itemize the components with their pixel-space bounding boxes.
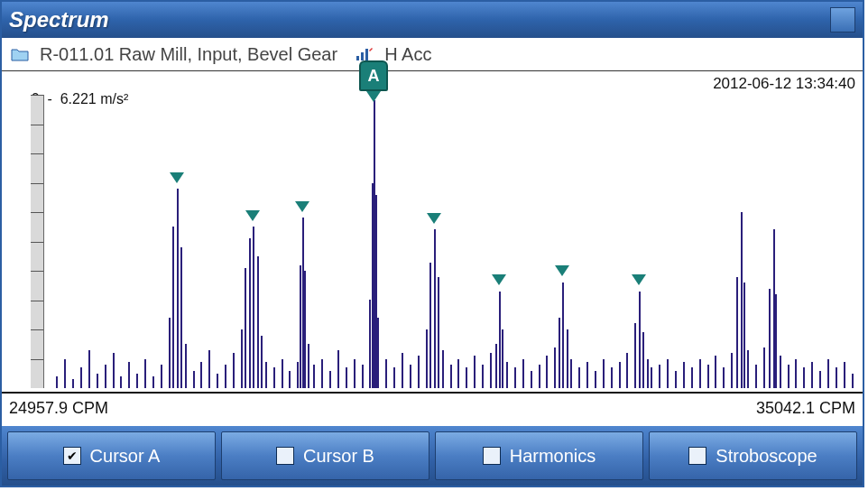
minimize-button[interactable]: [830, 7, 855, 32]
cursor-b-button[interactable]: Cursor B: [221, 431, 429, 480]
harmonic-marker-icon: [295, 201, 309, 212]
checkbox-icon: [276, 447, 294, 465]
folder-icon: [11, 47, 29, 61]
channel-label: H Acc: [384, 44, 431, 65]
x-axis-min: 24957.9 CPM: [9, 399, 108, 418]
checkbox-icon: [483, 447, 501, 465]
chart-area[interactable]: 0 - 6.221 m/s² 2012-06-12 13:34:40 A: [2, 73, 863, 394]
plot: A: [31, 95, 859, 388]
measurement-path: R-011.01 Raw Mill, Input, Bevel Gear: [40, 44, 337, 65]
harmonic-marker-icon: [245, 210, 260, 221]
spectrum-series: A: [49, 95, 859, 388]
button-label: Harmonics: [510, 446, 596, 467]
window-title: Spectrum: [9, 7, 109, 32]
chart-icon: [356, 47, 374, 61]
harmonic-marker-icon: [427, 213, 441, 224]
harmonics-button[interactable]: Harmonics: [435, 431, 643, 480]
cursor-a-button[interactable]: ✔ Cursor A: [7, 431, 216, 480]
cursor-a-badge: A: [359, 60, 388, 91]
info-bar: R-011.01 Raw Mill, Input, Bevel Gear H A…: [2, 38, 863, 71]
harmonic-marker-icon: [555, 265, 569, 276]
toolbar: ✔ Cursor A Cursor B Harmonics Stroboscop…: [2, 426, 863, 486]
stroboscope-button[interactable]: Stroboscope: [649, 431, 857, 480]
checkbox-icon: [688, 447, 706, 465]
checkbox-icon: ✔: [63, 447, 81, 465]
svg-rect-1: [361, 52, 364, 60]
harmonic-marker-icon: [632, 274, 646, 285]
x-axis-max: 35042.1 CPM: [756, 399, 855, 418]
spectrum-window: Spectrum R-011.01 Raw Mill, Input, Bevel…: [0, 0, 864, 487]
button-label: Cursor A: [90, 446, 161, 467]
titlebar: Spectrum: [2, 2, 863, 38]
button-label: Cursor B: [303, 446, 374, 467]
cursor-a-marker[interactable]: A: [359, 60, 388, 102]
x-axis-labels: 24957.9 CPM 35042.1 CPM: [2, 394, 863, 426]
button-label: Stroboscope: [716, 446, 817, 467]
harmonic-marker-icon: [492, 274, 506, 285]
svg-rect-2: [365, 49, 368, 60]
timestamp: 2012-06-12 13:34:40: [713, 75, 855, 93]
y-axis-ticks: [31, 95, 44, 388]
harmonic-marker-icon: [170, 172, 184, 183]
